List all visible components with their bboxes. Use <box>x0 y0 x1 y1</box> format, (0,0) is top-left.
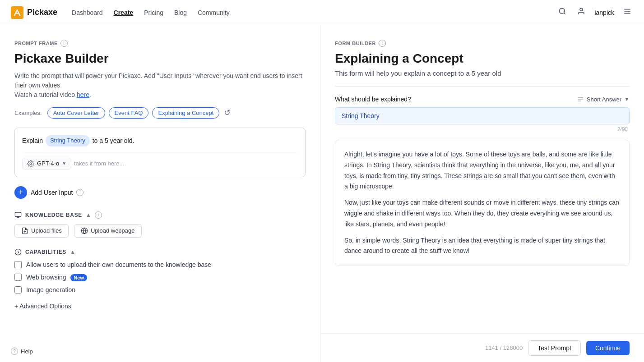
response-paragraph-3: So, in simple words, String Theory is an… <box>344 235 620 257</box>
upload-files-label: Upload files <box>31 227 62 234</box>
form-builder-text: FORM BUILDER <box>335 41 376 46</box>
logo[interactable]: Pickaxe <box>11 6 57 19</box>
help-row[interactable]: ? Help <box>11 348 33 355</box>
svg-point-1 <box>560 8 565 14</box>
navbar: Pickaxe Dashboard Create Pricing Blog Co… <box>0 0 644 25</box>
field-type-label: Short Answer <box>587 96 621 103</box>
svg-rect-0 <box>11 6 23 19</box>
nav-links: Dashboard Create Pricing Blog Community <box>72 9 556 16</box>
capability-image-generation-label[interactable]: Image generation <box>26 286 75 293</box>
prompt-prefix: Explain <box>22 136 43 146</box>
examples-row: Examples: Auto Cover Letter Event FAQ Ex… <box>14 107 306 119</box>
user-button[interactable] <box>575 5 587 19</box>
string-theory-input[interactable]: String Theory <box>335 107 630 124</box>
capability-upload-docs-label[interactable]: Allow users to upload their own document… <box>26 261 211 268</box>
capability-web-browsing-label[interactable]: Web browsing New <box>26 274 87 281</box>
add-user-input-info-icon[interactable]: i <box>76 189 83 196</box>
knowledge-base-section: KNOWLEDGE BASE ▲ i Upload files Upload w… <box>14 211 306 238</box>
knowledge-base-header[interactable]: KNOWLEDGE BASE ▲ i <box>14 211 306 219</box>
username: ianpick <box>594 9 614 16</box>
nav-dashboard[interactable]: Dashboard <box>72 9 103 16</box>
capabilities-section: CAPABILITIES ▲ Allow users to upload the… <box>14 248 306 293</box>
right-panel: FORM BUILDER i Explaining a Concept This… <box>320 25 644 362</box>
main-layout: PROMPT FRAME i Pickaxe Builder Write the… <box>0 25 644 362</box>
token-count: 1141 / 128000 <box>485 344 523 351</box>
upload-webpage-label: Upload webpage <box>91 227 135 234</box>
prompt-line: Explain String Theory to a 5 year old. <box>22 135 298 147</box>
model-name: GPT-4-o <box>37 160 59 167</box>
prompt-frame-info-icon[interactable]: i <box>60 40 68 47</box>
search-button[interactable] <box>556 5 568 19</box>
capability-web-browsing-checkbox[interactable] <box>14 274 22 281</box>
capability-image-generation-checkbox[interactable] <box>14 286 22 293</box>
response-paragraph-1: Alright, let's imagine you have a lot of… <box>344 149 620 192</box>
prompt-suffix: to a 5 year old. <box>93 136 134 146</box>
field-type-selector[interactable]: Short Answer ▼ <box>577 96 630 103</box>
form-builder-label: FORM BUILDER i <box>335 40 630 47</box>
model-chevron-icon: ▼ <box>62 161 66 166</box>
response-paragraph-2: Now, just like your toys can make differ… <box>344 197 620 229</box>
capabilities-label: CAPABILITIES <box>25 249 66 255</box>
capability-upload-docs: Allow users to upload their own document… <box>14 261 306 268</box>
capabilities-header[interactable]: CAPABILITIES ▲ <box>14 248 306 256</box>
capabilities-chevron-icon: ▲ <box>70 249 75 255</box>
form-title: Explaining a Concept <box>335 51 630 66</box>
svg-rect-7 <box>15 212 21 216</box>
bottom-bar: 1141 / 128000 Test Prompt Continue <box>320 333 644 362</box>
user-input-tag[interactable]: String Theory <box>46 135 90 147</box>
prompt-frame-label: PROMPT FRAME i <box>14 40 306 47</box>
description-text-1: Write the prompt that will power your Pi… <box>14 72 302 89</box>
capabilities-icon <box>14 248 22 256</box>
help-icon: ? <box>11 348 18 355</box>
upload-files-icon <box>21 227 28 234</box>
response-box: Alright, let's imagine you have a lot of… <box>335 140 630 266</box>
upload-webpage-icon <box>81 227 88 234</box>
reset-button[interactable]: ↺ <box>223 107 232 119</box>
form-builder-info-icon[interactable]: i <box>379 40 386 47</box>
test-prompt-button[interactable]: Test Prompt <box>528 340 581 356</box>
example-explaining-concept[interactable]: Explaining a Concept <box>152 107 219 119</box>
example-event-faq[interactable]: Event FAQ <box>109 107 149 119</box>
nav-blog[interactable]: Blog <box>174 9 187 16</box>
form-field-label: What should be explained? <box>335 96 411 103</box>
form-field-label-row: What should be explained? Short Answer ▼ <box>335 96 630 103</box>
description-text-2: Watch a tutorial video <box>14 91 77 98</box>
example-auto-cover-letter[interactable]: Auto Cover Letter <box>47 107 105 119</box>
prompt-editor[interactable]: Explain String Theory to a 5 year old. G… <box>14 128 306 177</box>
left-panel: PROMPT FRAME i Pickaxe Builder Write the… <box>0 25 320 362</box>
knowledge-base-info-icon[interactable]: i <box>95 211 102 219</box>
knowledge-base-label: KNOWLEDGE BASE <box>25 212 82 218</box>
model-select-button[interactable]: GPT-4-o ▼ <box>22 158 71 170</box>
field-type-icon <box>577 96 584 103</box>
add-user-input-button[interactable]: + <box>14 186 27 199</box>
svg-point-6 <box>30 163 32 165</box>
menu-button[interactable] <box>621 5 633 19</box>
svg-point-2 <box>580 8 583 11</box>
char-count: 2/90 <box>335 126 630 133</box>
tutorial-link[interactable]: here <box>77 91 89 98</box>
model-gear-icon <box>27 160 34 167</box>
description: Write the prompt that will power your Pi… <box>14 71 306 100</box>
menu-icon <box>623 7 631 15</box>
model-placeholder: takes it from here... <box>74 160 124 167</box>
capability-web-browsing: Web browsing New <box>14 274 306 281</box>
capability-upload-docs-checkbox[interactable] <box>14 261 22 268</box>
advanced-options[interactable]: + Advanced Options <box>14 302 306 310</box>
nav-pricing[interactable]: Pricing <box>144 9 163 16</box>
web-browsing-text: Web browsing <box>26 274 66 281</box>
upload-files-button[interactable]: Upload files <box>14 224 69 238</box>
continue-button[interactable]: Continue <box>586 341 630 355</box>
form-subtitle: This form will help you explain a concep… <box>335 69 630 87</box>
logo-icon <box>11 6 23 19</box>
help-label: Help <box>21 348 33 355</box>
add-user-input-label: Add User Input <box>31 189 73 196</box>
knowledge-base-chevron-icon: ▲ <box>86 212 91 218</box>
page-title: Pickaxe Builder <box>14 51 306 66</box>
add-user-input-row: + Add User Input i <box>14 186 306 199</box>
nav-create[interactable]: Create <box>114 9 134 16</box>
upload-webpage-button[interactable]: Upload webpage <box>74 224 142 238</box>
upload-row: Upload files Upload webpage <box>14 224 306 238</box>
nav-community[interactable]: Community <box>198 9 230 16</box>
prompt-frame-text: PROMPT FRAME <box>14 41 58 46</box>
knowledge-base-icon <box>14 211 22 219</box>
